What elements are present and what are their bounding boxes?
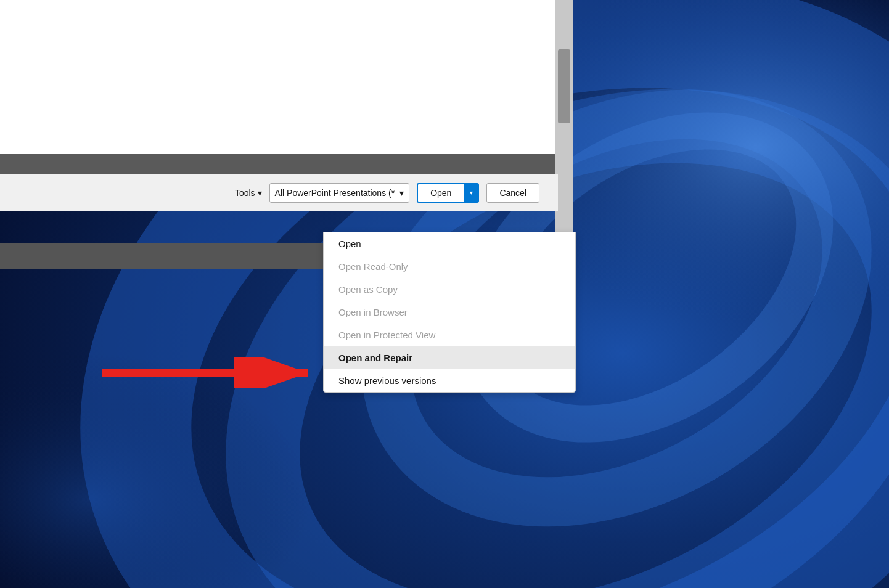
menu-item-open-and-repair[interactable]: Open and Repair <box>324 346 575 369</box>
menu-item-show-previous-versions[interactable]: Show previous versions <box>324 369 575 392</box>
menu-item-open-readonly: Open Read-Only <box>324 255 575 278</box>
red-arrow-svg <box>99 357 321 388</box>
dialog-footer: Tools ▾ All PowerPoint Presentations (* … <box>0 174 558 211</box>
tools-arrow-icon: ▾ <box>258 188 262 198</box>
menu-item-open-protected-view: Open in Protected View <box>324 324 575 346</box>
dialog-dark-band <box>0 154 555 174</box>
open-main-button[interactable]: Open <box>417 183 464 203</box>
open-arrow-icon: ▾ <box>470 189 473 196</box>
filetype-arrow-icon: ▾ <box>399 188 404 198</box>
tools-label: Tools <box>235 188 255 198</box>
menu-item-open[interactable]: Open <box>324 232 575 255</box>
open-button-group: Open ▾ <box>417 183 479 203</box>
annotation-arrow <box>99 357 321 388</box>
open-dropdown-button[interactable]: ▾ <box>464 183 479 203</box>
dialog-content-area <box>0 0 555 174</box>
tools-button[interactable]: Tools ▾ <box>235 188 262 198</box>
filetype-label: All PowerPoint Presentations (* <box>275 188 395 198</box>
cancel-button[interactable]: Cancel <box>486 183 539 203</box>
scrollbar-thumb[interactable] <box>558 49 570 123</box>
open-dropdown-menu: Open Open Read-Only Open as Copy Open in… <box>323 232 576 393</box>
filetype-dropdown[interactable]: All PowerPoint Presentations (* ▾ <box>269 183 410 203</box>
menu-item-open-in-browser: Open in Browser <box>324 301 575 324</box>
menu-item-open-as-copy: Open as Copy <box>324 278 575 301</box>
